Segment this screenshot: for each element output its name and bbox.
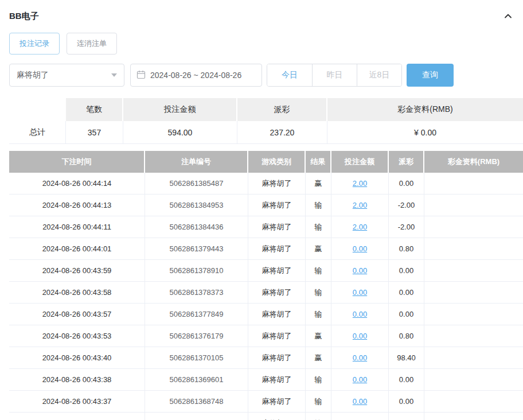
jackpot-cell (424, 369, 523, 391)
bet-time-cell: 2024-08-26 00:43:53 (9, 325, 145, 347)
collapse-panel-button[interactable] (504, 11, 513, 21)
tab-bet-records[interactable]: 投注记录 (9, 33, 60, 55)
summary-total-bet-amount: 594.00 (123, 121, 237, 144)
result-cell: 赢 (306, 238, 331, 260)
bet-amount-cell: 0.00 (331, 369, 389, 391)
betting-records-panel: BB电子 投注记录 连消注单 麻将胡了 2024-08-26 ~ 2024-08… (0, 0, 523, 420)
bet-time-cell: 2024-08-26 00:44:13 (9, 195, 145, 216)
jackpot-cell (424, 347, 523, 369)
search-button[interactable]: 查询 (407, 64, 454, 87)
order-number-cell: 5062861378910 (145, 260, 248, 282)
game-type-cell: 麻将胡了 (248, 238, 306, 260)
payout-cell: 0.00 (389, 304, 424, 325)
quick-button-last8days[interactable]: 近8日 (357, 64, 401, 86)
quick-button-yesterday[interactable]: 昨日 (312, 64, 357, 86)
payout-cell: 0.80 (389, 325, 424, 347)
records-header-cell: 派彩 (389, 151, 424, 173)
records-header-row: 下注时间注单编号游戏类别结果投注金额派彩彩金资料(RMB) (9, 151, 523, 173)
game-select-value: 麻将胡了 (17, 70, 49, 80)
payout-cell: 0.00 (389, 282, 424, 304)
summary-header-row: 笔数 投注金额 派彩 彩金资料(RMB) (9, 98, 523, 121)
panel-header: BB电子 (9, 9, 523, 23)
jackpot-cell (424, 304, 523, 325)
payout-cell: 0.00 (389, 391, 424, 413)
result-cell: 输 (306, 282, 331, 304)
bet-time-cell: 2024-08-26 00:44:01 (9, 238, 145, 260)
records-header-cell: 下注时间 (9, 151, 145, 173)
bet-amount-link[interactable]: 0.00 (353, 353, 367, 362)
records-body: 2024-08-26 00:44:145062861385487麻将胡了赢2.0… (9, 173, 523, 420)
game-type-cell: 麻将胡了 (248, 195, 306, 216)
bet-amount-cell: 0.00 (331, 325, 389, 347)
game-type-cell: 麻将胡了 (248, 369, 306, 391)
tab-cancelled-orders[interactable]: 连消注单 (67, 33, 117, 55)
bet-amount-link[interactable]: 2.00 (353, 201, 367, 209)
jackpot-cell (424, 260, 523, 282)
bet-amount-link[interactable]: 0.00 (353, 310, 367, 318)
game-type-cell: 麻将胡了 (248, 413, 306, 420)
table-row: 2024-08-26 00:43:595062861378910麻将胡了输0.0… (9, 260, 523, 282)
jackpot-cell (424, 238, 523, 260)
result-cell: 输 (306, 369, 331, 391)
result-cell: 赢 (306, 325, 331, 347)
records-header-cell: 结果 (306, 151, 331, 173)
order-number-cell: 5062861368241 (145, 413, 248, 420)
game-type-cell: 麻将胡了 (248, 260, 306, 282)
bet-amount-link[interactable]: 0.00 (353, 244, 367, 253)
order-number-cell: 5062861379443 (145, 238, 248, 260)
bet-amount-link[interactable]: 0.00 (353, 288, 367, 297)
game-type-cell: 麻将胡了 (248, 347, 306, 369)
order-number-cell: 5062861384436 (145, 216, 248, 238)
payout-cell: 0.00 (389, 413, 424, 420)
game-select[interactable]: 麻将胡了 (9, 64, 124, 87)
date-range-picker[interactable]: 2024-08-26 ~ 2024-08-26 (130, 64, 262, 87)
payout-cell: -2.00 (389, 195, 424, 216)
jackpot-cell (424, 173, 523, 195)
payout-cell: 0.00 (389, 369, 424, 391)
summary-table: 笔数 投注金额 派彩 彩金资料(RMB) 总计 357 594.00 237.2… (9, 98, 523, 144)
summary-header-empty (9, 98, 66, 121)
bet-amount-cell: 0.00 (331, 391, 389, 413)
bet-amount-link[interactable]: 0.00 (353, 375, 367, 384)
bet-time-cell: 2024-08-26 00:44:11 (9, 216, 145, 238)
bet-time-cell: 2024-08-26 00:43:59 (9, 260, 145, 282)
summary-header-count: 笔数 (66, 98, 123, 121)
page-title: BB电子 (9, 11, 39, 22)
bet-amount-cell: 0.00 (331, 238, 389, 260)
bet-amount-link[interactable]: 0.00 (353, 332, 367, 340)
jackpot-cell (424, 216, 523, 238)
summary-total-payout: 237.20 (237, 121, 327, 144)
summary-total-row: 总计 357 594.00 237.20 ¥ 0.00 (9, 121, 523, 144)
records-header-cell: 游戏类别 (248, 151, 306, 173)
bet-amount-link[interactable]: 0.00 (353, 266, 367, 275)
bet-amount-link[interactable]: 0.00 (353, 397, 367, 406)
chevron-up-icon (504, 14, 513, 22)
quick-button-today[interactable]: 今日 (267, 64, 312, 86)
payout-cell: 0.00 (389, 260, 424, 282)
order-number-cell: 5062861385487 (145, 173, 248, 195)
summary-total-jackpot: ¥ 0.00 (327, 121, 523, 144)
table-row: 2024-08-26 00:44:135062861384953麻将胡了输2.0… (9, 195, 523, 216)
table-row: 2024-08-26 00:44:015062861379443麻将胡了赢0.0… (9, 238, 523, 260)
result-cell: 输 (306, 260, 331, 282)
summary-header-payout: 派彩 (237, 98, 327, 121)
bet-time-cell: 2024-08-26 00:43:35 (9, 413, 145, 420)
quick-date-button-group: 今日 昨日 近8日 (267, 64, 402, 87)
date-range-value: 2024-08-26 ~ 2024-08-26 (150, 71, 241, 80)
bet-time-cell: 2024-08-26 00:43:58 (9, 282, 145, 304)
bet-amount-link[interactable]: 2.00 (353, 179, 367, 188)
game-type-cell: 麻将胡了 (248, 391, 306, 413)
bet-amount-link[interactable]: 2.00 (353, 223, 367, 231)
bet-amount-cell: 2.00 (331, 195, 389, 216)
bet-amount-cell: 0.00 (331, 282, 389, 304)
order-number-cell: 5062861376179 (145, 325, 248, 347)
order-number-cell: 5062861370105 (145, 347, 248, 369)
jackpot-cell (424, 282, 523, 304)
summary-total-count: 357 (66, 121, 123, 144)
result-cell: 输 (306, 304, 331, 325)
result-cell: 输 (306, 391, 331, 413)
game-type-cell: 麻将胡了 (248, 325, 306, 347)
bet-amount-cell: 0.00 (331, 304, 389, 325)
order-number-cell: 5062861369601 (145, 369, 248, 391)
summary-header-jackpot: 彩金资料(RMB) (327, 98, 523, 121)
